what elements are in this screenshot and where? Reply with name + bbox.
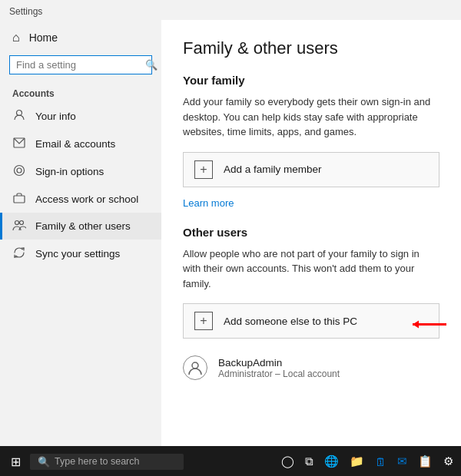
your-info-icon [12, 109, 26, 124]
svg-point-5 [15, 221, 19, 225]
family-description: Add your family so everybody gets their … [183, 94, 439, 140]
sidebar-item-access-work[interactable]: Access work or school [0, 186, 161, 213]
svg-rect-4 [14, 196, 25, 203]
sidebar-item-label-your-info: Your info [35, 111, 76, 122]
family-section-title: Your family [183, 74, 439, 87]
taskbar-search-icon: 🔍 [38, 456, 50, 468]
sidebar-item-label-sync: Sync your settings [35, 248, 120, 259]
title-bar-label: Settings [9, 6, 42, 17]
taskbar-edge-icon[interactable]: 🌐 [323, 453, 340, 470]
sidebar-item-sync[interactable]: Sync your settings [0, 240, 161, 268]
search-icon: 🔍 [145, 59, 158, 71]
taskbar-cortana-icon[interactable]: ◯ [280, 453, 296, 470]
svg-point-2 [15, 166, 25, 176]
sync-icon [12, 246, 26, 261]
other-section-title: Other users [183, 226, 439, 239]
taskbar-search-text: Type here to search [55, 456, 139, 467]
sidebar-item-label-signin: Sign-in options [35, 166, 104, 177]
user-info: BackupAdmin Administrator – Local accoun… [218, 357, 340, 379]
taskbar-mail-icon[interactable]: ✉ [396, 453, 409, 470]
svg-marker-8 [413, 321, 419, 329]
user-role: Administrator – Local account [218, 369, 340, 379]
plus-icon: + [194, 160, 213, 179]
sidebar-item-label-family: Family & other users [35, 220, 131, 232]
sidebar-item-label-email: Email & accounts [35, 138, 115, 150]
taskbar-office-icon[interactable]: 📋 [416, 453, 434, 470]
other-description: Allow people who are not part of your fa… [183, 246, 439, 292]
sign-in-icon [12, 164, 26, 179]
search-input[interactable] [16, 59, 145, 71]
start-button[interactable]: ⊞ [6, 451, 25, 472]
sidebar-item-family-users[interactable]: Family & other users [0, 213, 161, 240]
taskbar-store-icon[interactable]: 🗓 [373, 454, 388, 470]
taskbar-taskview-icon[interactable]: ⧉ [303, 453, 315, 470]
taskbar-explorer-icon[interactable]: 📁 [348, 453, 366, 470]
search-box[interactable]: 🔍 [9, 55, 152, 74]
taskbar-settings-icon[interactable]: ⚙ [442, 453, 455, 470]
page-title: Family & other users [183, 38, 439, 58]
add-other-user-row: + Add someone else to this PC [183, 303, 439, 348]
add-someone-label: Add someone else to this PC [224, 316, 357, 327]
sidebar-home-label: Home [29, 31, 58, 44]
sidebar-item-your-info[interactable]: Your info [0, 102, 161, 131]
sidebar-home[interactable]: ⌂ Home [0, 23, 161, 52]
sidebar-item-email-accounts[interactable]: Email & accounts [0, 131, 161, 157]
user-avatar [183, 355, 207, 380]
email-icon [12, 137, 26, 150]
taskbar-search-box[interactable]: 🔍 Type here to search [30, 454, 184, 470]
taskbar-icons: ◯ ⧉ 🌐 📁 🗓 ✉ 📋 ⚙ [280, 453, 455, 470]
sidebar-item-sign-in[interactable]: Sign-in options [0, 157, 161, 186]
add-family-label: Add a family member [224, 164, 322, 175]
home-icon: ⌂ [12, 31, 20, 45]
add-someone-button[interactable]: + Add someone else to this PC [183, 303, 439, 339]
red-arrow-annotation [408, 316, 450, 336]
svg-point-9 [192, 362, 198, 369]
svg-point-3 [17, 168, 22, 173]
title-bar: Settings [0, 0, 461, 20]
work-icon [12, 193, 26, 206]
add-family-member-button[interactable]: + Add a family member [183, 152, 439, 187]
main-layout: ⌂ Home 🔍 Accounts Your info Email & acco… [0, 20, 461, 446]
user-item-backupadmin[interactable]: BackupAdmin Administrator – Local accoun… [183, 348, 439, 388]
content-area: Family & other users Your family Add you… [161, 20, 461, 446]
user-name: BackupAdmin [218, 357, 340, 369]
taskbar: ⊞ 🔍 Type here to search ◯ ⧉ 🌐 📁 🗓 ✉ 📋 ⚙ [0, 446, 461, 476]
add-plus-icon: + [194, 312, 213, 330]
svg-point-6 [20, 221, 24, 225]
learn-more-link[interactable]: Learn more [183, 197, 234, 209]
accounts-section-label: Accounts [0, 84, 161, 102]
sidebar: ⌂ Home 🔍 Accounts Your info Email & acco… [0, 20, 161, 446]
sidebar-item-label-work: Access work or school [35, 193, 138, 205]
family-icon [12, 220, 26, 233]
